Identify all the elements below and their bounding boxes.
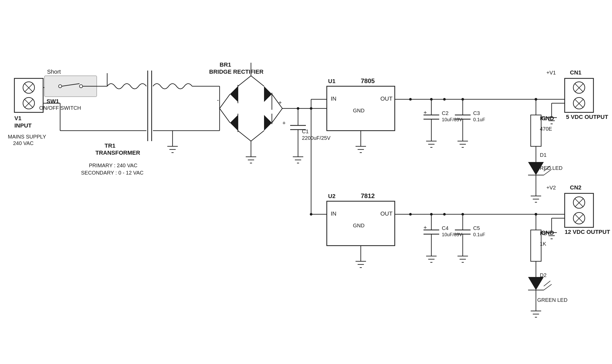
cn2-ref: CN2 — [570, 184, 581, 191]
br1-ref: BR1 — [220, 61, 231, 68]
cn1-vplus: +V1 — [546, 70, 556, 76]
c5-ref: C5 — [473, 225, 480, 231]
v1-label: INPUT — [14, 122, 32, 129]
svg-point-12 — [59, 85, 62, 88]
r1-label: 470E — [540, 126, 552, 132]
u1-ic: 7805 — [361, 77, 375, 84]
u1-in: IN — [331, 95, 336, 102]
c3-label: 0.1uF — [473, 117, 485, 122]
sw1-label: ON/OFF SWITCH — [39, 105, 81, 111]
c5-label: 0.1uF — [473, 232, 485, 237]
cn1-gnd-label: GND — [541, 115, 554, 122]
d1-ref: D1 — [540, 152, 547, 158]
cn2-label: 12 VDC OUTPUT — [565, 229, 610, 235]
u2-ic: 7812 — [361, 192, 375, 199]
r2-label: 1K — [540, 241, 546, 247]
u2-ref: U2 — [328, 193, 335, 199]
tr1-label: TRANSFORMER — [95, 149, 140, 156]
svg-point-83 — [310, 213, 312, 216]
svg-point-13 — [79, 85, 83, 88]
svg-point-173 — [535, 98, 537, 101]
d2-ref: D2 — [540, 272, 547, 278]
svg-point-174 — [409, 98, 412, 101]
sw1-ref: SW1 — [47, 98, 59, 105]
svg-point-130 — [443, 213, 446, 216]
svg-text:+: + — [282, 120, 286, 126]
c1-ref: C1 — [302, 129, 309, 134]
svg-rect-106 — [531, 115, 541, 146]
c4-ref: C4 — [442, 225, 449, 231]
cn2-gnd-label: GND — [541, 229, 554, 236]
svg-text:-: - — [217, 97, 219, 103]
br1-label: BRIDGE RECTIFIER — [209, 68, 264, 75]
svg-text:+: + — [278, 99, 282, 106]
d2-label: GREEN LED — [537, 297, 568, 303]
c3-ref: C3 — [473, 110, 480, 116]
svg-point-134 — [430, 213, 433, 216]
sw1-state: Short — [47, 68, 61, 75]
u2-in: IN — [331, 210, 336, 217]
svg-rect-150 — [531, 230, 541, 261]
svg-point-65 — [297, 107, 299, 110]
cn2-vplus: +V2 — [546, 185, 556, 190]
tr1-secondary: SECONDARY : 0 - 12 VAC — [81, 170, 144, 176]
v1-ref: V1 — [14, 115, 21, 122]
svg-point-175 — [409, 213, 412, 216]
svg-point-176 — [535, 213, 537, 216]
u2-out: OUT — [380, 210, 392, 217]
u1-ref: U1 — [328, 78, 335, 84]
c1-label: 2200uF/25V — [302, 135, 331, 141]
v1-sublabel1: MAINS SUPPLY — [8, 134, 46, 140]
c2-ref: C2 — [442, 110, 449, 116]
tr1-primary: PRIMARY : 240 VAC — [89, 163, 138, 168]
tr1-ref: TR1 — [105, 142, 116, 149]
svg-point-89 — [430, 98, 433, 101]
v1-sublabel2: 240 VAC — [13, 140, 34, 146]
c2-label: 10uF/63V — [442, 117, 462, 122]
d1-label: RED LED — [540, 165, 563, 171]
svg-rect-0 — [0, 0, 612, 364]
u2-gnd: GND — [353, 223, 364, 228]
c4-label: 10uF/63V — [442, 232, 462, 237]
schematic-canvas: - + + + — [0, 0, 612, 364]
u1-gnd: GND — [353, 108, 364, 113]
cn1-label: 5 VDC OUTPUT — [566, 114, 608, 120]
svg-point-98 — [461, 98, 464, 101]
cn1-ref: CN1 — [570, 69, 581, 76]
u1-out: OUT — [380, 95, 392, 102]
